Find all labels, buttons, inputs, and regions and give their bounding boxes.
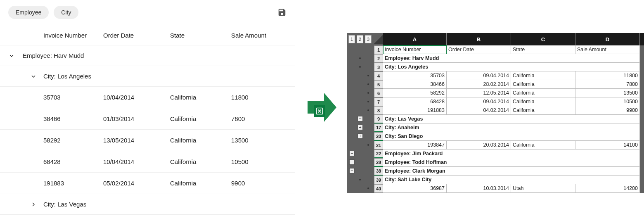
cell[interactable]: 38466 — [383, 80, 447, 89]
table-row[interactable]: 19188305/02/2014California9900 — [0, 173, 295, 194]
outline-dot — [367, 75, 369, 76]
row-number[interactable]: 9 — [374, 115, 383, 123]
cell[interactable]: 9900 — [575, 106, 640, 115]
cell[interactable]: 58292 — [383, 89, 447, 97]
chevron-down-icon[interactable] — [30, 73, 37, 80]
cell[interactable]: 36987 — [383, 184, 447, 193]
cell[interactable]: 09.04.2014 — [447, 71, 511, 80]
outline-level-1[interactable]: 1 — [348, 35, 355, 43]
chip-city[interactable]: City — [54, 6, 78, 19]
row-number[interactable]: 7 — [374, 97, 383, 106]
save-icon[interactable] — [277, 8, 286, 17]
group-employee-value: Harv Mudd — [54, 52, 84, 59]
header-invoice[interactable]: Invoice Number — [43, 32, 103, 39]
row-number[interactable]: 5 — [374, 80, 383, 89]
row-number[interactable]: 39 — [374, 176, 383, 184]
group-row-city-vegas[interactable]: City: Las Vegas — [0, 194, 295, 215]
group-city-key: City: — [43, 201, 56, 208]
group-cell[interactable]: City: Anaheim — [383, 123, 640, 132]
cell[interactable]: California — [511, 71, 575, 80]
row-number[interactable]: 3 — [374, 63, 383, 71]
cell[interactable]: 04.02.2014 — [447, 106, 511, 115]
cell[interactable]: California — [511, 141, 575, 149]
cell[interactable]: 28.02.2014 — [447, 80, 511, 89]
group-cell[interactable]: Employee: Clark Morgan — [383, 167, 640, 176]
cell[interactable]: 35703 — [383, 71, 447, 80]
row-number[interactable]: 4 — [374, 71, 383, 80]
cell[interactable]: 09.04.2014 — [447, 97, 511, 106]
cell[interactable]: Order Date — [447, 45, 511, 54]
col-head-c[interactable]: C — [511, 33, 575, 45]
cell[interactable]: 14200 — [575, 184, 640, 193]
header-sale-amount[interactable]: Sale Amount — [231, 32, 281, 39]
excel-row: +38Employee: Clark Morgan — [347, 167, 644, 176]
expand-icon[interactable]: + — [349, 159, 355, 165]
outline-gutter — [347, 71, 374, 80]
outline-level-2[interactable]: 2 — [357, 35, 363, 43]
outline-level-3[interactable]: 3 — [365, 35, 372, 43]
cell[interactable]: Sale Amount — [575, 45, 640, 54]
col-head-d[interactable]: D — [575, 33, 640, 45]
cell[interactable]: 191883 — [383, 106, 447, 115]
cell[interactable]: California — [511, 80, 575, 89]
row-number[interactable]: 1 — [374, 45, 383, 54]
outline-dot — [367, 109, 369, 111]
expand-icon[interactable]: + — [358, 133, 363, 139]
cell[interactable]: Utah — [511, 184, 575, 193]
group-cell[interactable]: City: San Diego — [383, 132, 640, 141]
chevron-down-icon[interactable] — [8, 52, 15, 59]
collapse-icon[interactable]: − — [349, 151, 355, 156]
col-head-a[interactable]: A — [383, 33, 447, 45]
cell[interactable]: 10500 — [575, 97, 640, 106]
group-cell[interactable]: City: Las Vegas — [383, 115, 640, 123]
row-number[interactable]: 6 — [374, 89, 383, 97]
cell[interactable]: California — [511, 97, 575, 106]
collapse-icon[interactable]: − — [358, 116, 363, 121]
expand-icon[interactable]: + — [358, 125, 363, 130]
header-state[interactable]: State — [170, 32, 231, 39]
table-row[interactable]: 3570310/04/2014California11800 — [0, 87, 295, 108]
group-row-employee[interactable]: Employee: Harv Mudd — [0, 45, 295, 66]
row-number[interactable]: 40 — [374, 184, 383, 193]
row-number[interactable]: 22 — [374, 149, 383, 158]
cell[interactable]: California — [511, 89, 575, 97]
expand-icon[interactable]: + — [349, 168, 355, 173]
row-number[interactable]: 17 — [374, 123, 383, 132]
cell[interactable]: 20.03.2014 — [447, 141, 511, 149]
row-number[interactable]: 21 — [374, 141, 383, 149]
col-head-b[interactable]: B — [447, 33, 511, 45]
table-row[interactable]: 6842810/04/2014California10500 — [0, 151, 295, 173]
cell[interactable]: 14100 — [575, 141, 640, 149]
header-order-date[interactable]: Order Date — [103, 32, 170, 39]
row-number[interactable]: 38 — [374, 167, 383, 176]
excel-preview: 1 2 3 A B C D 1Invoice NumberOrder DateS… — [347, 33, 644, 193]
cell[interactable]: Invoice Number — [383, 45, 447, 54]
chevron-right-icon[interactable] — [30, 201, 37, 208]
cell[interactable]: California — [511, 106, 575, 115]
table-row[interactable]: 5829213/05/2014California13500 — [0, 130, 295, 151]
group-cell[interactable]: Employee: Jim Packard — [383, 149, 640, 158]
group-cell[interactable]: Employee: Todd Hoffman — [383, 158, 640, 167]
group-cell[interactable]: City: Salt Lake City — [383, 176, 640, 184]
group-cell[interactable]: City: Los Angeles — [383, 63, 640, 71]
cell[interactable]: State — [511, 45, 575, 54]
cell[interactable]: 12.05.2014 — [447, 89, 511, 97]
cell[interactable]: 193847 — [383, 141, 447, 149]
cell[interactable]: 7800 — [575, 80, 640, 89]
select-all-triangle[interactable] — [374, 35, 383, 44]
cell-date: 01/03/2014 — [103, 115, 170, 122]
row-number[interactable]: 20 — [374, 132, 383, 141]
row-number[interactable]: 28 — [374, 158, 383, 167]
row-number[interactable]: 8 — [374, 106, 383, 115]
table-row[interactable]: 3846601/03/2014California7800 — [0, 108, 295, 130]
cell[interactable]: 68428 — [383, 97, 447, 106]
cell[interactable]: 10.03.2014 — [447, 184, 511, 193]
row-number[interactable]: 2 — [374, 54, 383, 63]
chip-employee[interactable]: Employee — [8, 6, 49, 19]
group-cell[interactable]: Employee: Harv Mudd — [383, 54, 640, 63]
cell[interactable]: 11800 — [575, 71, 640, 80]
excel-row: 403698710.03.2014Utah14200 — [347, 184, 644, 193]
cell-invoice: 191883 — [43, 180, 103, 187]
group-row-city-la[interactable]: City: Los Angeles — [0, 66, 295, 87]
cell[interactable]: 13500 — [575, 89, 640, 97]
